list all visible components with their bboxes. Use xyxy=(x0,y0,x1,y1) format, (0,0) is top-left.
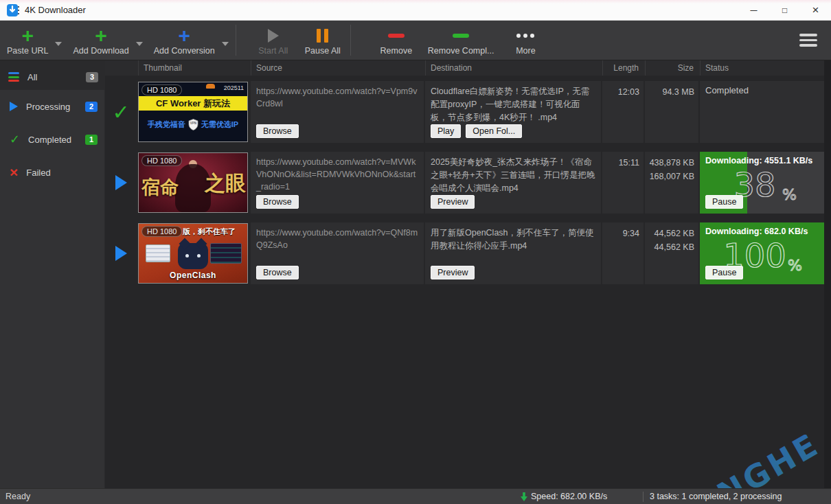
remove-completed-minus-icon xyxy=(453,34,469,38)
source-url: https://www.youtube.com/watch?v=QNf8mQ9Z… xyxy=(256,228,418,250)
thumb-corner-text: 202511 xyxy=(224,84,244,91)
remove-button[interactable]: Remove xyxy=(372,21,421,60)
maximize-button[interactable]: □ xyxy=(769,0,800,20)
open-folder-button[interactable]: Open Fol... xyxy=(466,124,522,138)
toolbar: + Paste URL + Add Download + Add Convers… xyxy=(0,21,831,60)
header-status[interactable]: Status xyxy=(700,60,824,76)
processing-count-badge: 2 xyxy=(85,102,98,112)
tasks-summary: 3 tasks: 1 completed, 2 processing xyxy=(650,492,782,501)
header-length[interactable]: Length xyxy=(602,60,644,76)
status-text: Completed xyxy=(705,85,749,95)
sidebar: All 3 Processing 2 ✓ Completed 1 × Faile… xyxy=(0,60,105,488)
thumbnail: HD 1080 版，刹不住车了 OpenClash xyxy=(138,222,249,284)
more-button[interactable]: More xyxy=(501,21,550,60)
toolbar-separator xyxy=(236,25,236,56)
preview-button[interactable]: Preview xyxy=(431,266,475,279)
sidebar-item-failed[interactable]: × Failed xyxy=(0,156,104,189)
size-total: 438,878 KB xyxy=(649,156,694,170)
paste-url-button[interactable]: + Paste URL xyxy=(0,21,55,60)
pause-button[interactable]: Pause xyxy=(705,266,743,279)
add-download-plus-icon: + xyxy=(95,27,107,45)
all-list-icon xyxy=(8,72,19,82)
row-processing-play-icon xyxy=(115,175,127,190)
all-count-badge: 3 xyxy=(86,72,98,82)
thumb-caption-right: 无需优选IP xyxy=(201,119,238,130)
header-thumbnail[interactable]: Thumbnail xyxy=(138,60,249,76)
sidebar-item-completed[interactable]: ✓ Completed 1 xyxy=(0,123,104,156)
header-source[interactable]: Source xyxy=(251,60,424,76)
close-button[interactable]: × xyxy=(800,0,831,20)
pause-icon xyxy=(317,29,328,43)
destination-filename: 用了新版OpenClash，刹不住车了，简便使用教程让你得心应手.mp4 xyxy=(431,228,594,251)
thumb-decoration xyxy=(206,84,215,89)
scrollbar-track xyxy=(824,60,831,488)
status-cell: Completed xyxy=(700,81,824,143)
thumb-title-right: 之眼 xyxy=(205,170,246,198)
quality-badge: HD 1080 xyxy=(141,84,182,95)
thumbnail: HD 1080 宿命 之眼 xyxy=(138,152,249,214)
menu-button[interactable] xyxy=(799,34,817,47)
length-value: 12:03 xyxy=(602,81,644,143)
remove-completed-button[interactable]: Remove Compl... xyxy=(421,21,501,60)
thumb-window-left xyxy=(146,244,170,262)
download-speed-text: Downloading: 4551.1 KB/s xyxy=(705,156,812,165)
play-button[interactable]: Play xyxy=(431,124,461,138)
add-conversion-plus-icon: + xyxy=(178,27,190,45)
thumb-mascot-label: OpenClash xyxy=(139,271,247,280)
quality-badge: HD 1080 xyxy=(141,226,182,237)
status-bar: Ready Speed: 682.00 KB/s 3 tasks: 1 comp… xyxy=(0,488,831,504)
thumb-top-text: 版，刹不住车了 xyxy=(183,227,236,237)
row-completed-check-icon: ✓ xyxy=(112,100,129,124)
sidebar-item-all[interactable]: All 3 xyxy=(0,63,105,91)
chevron-down-icon[interactable] xyxy=(136,42,143,46)
length-value: 15:11 xyxy=(602,152,644,214)
minimize-button[interactable]: ─ xyxy=(738,0,769,20)
svg-text:%: % xyxy=(788,257,802,274)
table-row[interactable]: HD 1080 版，刹不住车了 OpenClash https://www.yo… xyxy=(105,222,824,284)
browse-button[interactable]: Browse xyxy=(256,195,299,209)
sidebar-subpanel: Processing 2 ✓ Completed 1 × Failed xyxy=(0,90,104,488)
header-size[interactable]: Size xyxy=(645,60,698,76)
download-speed-text: Downloading: 682.0 KB/s xyxy=(705,227,808,236)
title-bar: 4K Downloader ─ □ × xyxy=(0,0,831,21)
thumb-title-left: 宿命 xyxy=(141,175,179,200)
pause-all-button[interactable]: Pause All xyxy=(298,21,348,60)
svg-text:%: % xyxy=(782,186,797,203)
app-icon xyxy=(7,4,19,16)
speed-indicator: Speed: 682.00 KB/s xyxy=(521,492,607,501)
add-conversion-button[interactable]: + Add Conversion xyxy=(147,21,222,60)
size-downloaded: 44,562 KB xyxy=(649,240,694,254)
source-url: https://www.youtube.com/watch?v=MVWkVhON… xyxy=(256,157,416,192)
pause-button[interactable]: Pause xyxy=(705,195,743,209)
main-content: All 3 Processing 2 ✓ Completed 1 × Faile… xyxy=(0,60,831,488)
table-row[interactable]: ✓ HD 1080 202511 CF Worker 新玩法 手残党福音 VPN… xyxy=(105,81,824,143)
sidebar-item-processing[interactable]: Processing 2 xyxy=(0,90,104,123)
cat-mascot xyxy=(178,243,208,269)
download-list: ✓ HD 1080 202511 CF Worker 新玩法 手残党福音 VPN… xyxy=(105,81,824,284)
start-all-button[interactable]: Start All xyxy=(249,21,298,60)
source-url: https://www.youtube.com/watch?v=Vpm9vCrd… xyxy=(256,87,418,108)
add-download-button[interactable]: + Add Download xyxy=(66,21,135,60)
play-icon xyxy=(268,29,279,43)
hamburger-icon xyxy=(799,34,817,36)
preview-button[interactable]: Preview xyxy=(431,195,475,209)
speed-text: Speed: 682.00 KB/s xyxy=(531,492,607,501)
browse-button[interactable]: Browse xyxy=(256,124,299,138)
table-row[interactable]: HD 1080 宿命 之眼 https://www.youtube.com/wa… xyxy=(105,152,824,214)
ready-status: Ready xyxy=(5,492,30,501)
header-icon-column xyxy=(105,60,137,76)
quality-badge: HD 1080 xyxy=(141,155,182,166)
paste-plus-icon: + xyxy=(21,27,34,45)
completed-count-badge: 1 xyxy=(85,135,98,145)
table-header: Thumbnail Source Destination Length Size… xyxy=(105,60,824,76)
browse-button[interactable]: Browse xyxy=(256,266,299,279)
toolbar-separator xyxy=(350,25,351,56)
statusbar-separator xyxy=(643,492,644,502)
thumb-banner: CF Worker 新玩法 xyxy=(139,96,247,111)
header-destination[interactable]: Destination xyxy=(425,60,601,76)
processing-play-icon xyxy=(10,102,18,111)
download-arrow-icon xyxy=(521,492,527,501)
chevron-down-icon[interactable] xyxy=(222,42,229,46)
chevron-down-icon[interactable] xyxy=(55,42,62,46)
thumbnail: HD 1080 202511 CF Worker 新玩法 手残党福音 VPN 无… xyxy=(138,81,249,143)
